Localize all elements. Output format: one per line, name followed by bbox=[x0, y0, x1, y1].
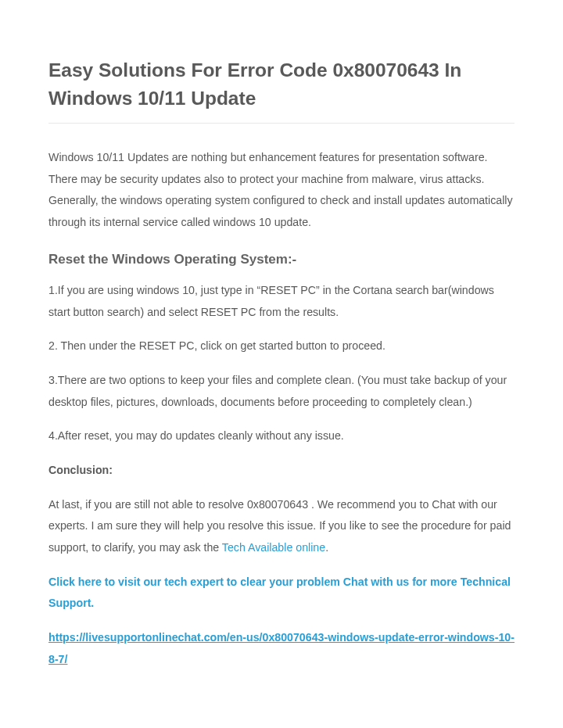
support-url-link[interactable]: https://livesupportonlinechat.com/en-us/… bbox=[48, 631, 515, 665]
step-4: 4.After reset, you may do updates cleanl… bbox=[48, 425, 515, 447]
step-1: 1.If you are using windows 10, just type… bbox=[48, 280, 515, 323]
conclusion-text-after: . bbox=[325, 541, 328, 554]
intro-paragraph: Windows 10/11 Updates are nothing but en… bbox=[48, 147, 515, 234]
conclusion-label: Conclusion: bbox=[48, 460, 515, 482]
step-2: 2. Then under the RESET PC, click on get… bbox=[48, 335, 515, 357]
section-heading-reset: Reset the Windows Operating System:- bbox=[48, 246, 515, 272]
page-title: Easy Solutions For Error Code 0x80070643… bbox=[48, 56, 515, 124]
cta-link[interactable]: Click here to visit our tech expert to c… bbox=[48, 576, 511, 610]
tech-available-link[interactable]: Tech Available online bbox=[222, 541, 325, 554]
step-3: 3.There are two options to keep your fil… bbox=[48, 370, 515, 413]
conclusion-paragraph: At last, if you are still not able to re… bbox=[48, 494, 515, 559]
